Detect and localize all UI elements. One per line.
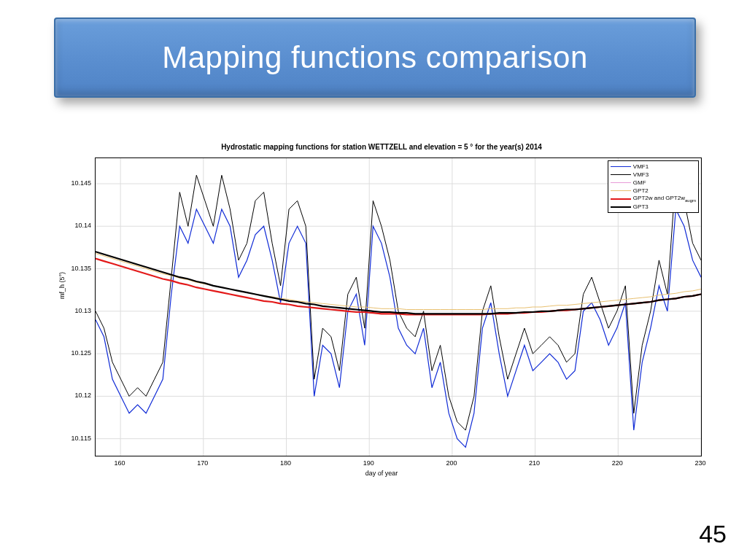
legend-item: GPT3 xyxy=(611,203,696,211)
y-tick: 10.135 xyxy=(62,265,91,272)
y-tick: 10.12 xyxy=(62,392,91,399)
series-gpt2 xyxy=(96,254,701,310)
slide-title: Mapping functions comparison xyxy=(162,40,588,75)
legend-swatch xyxy=(611,190,631,191)
legend-item: VMF1 xyxy=(611,163,696,171)
series-vmf3 xyxy=(96,175,701,430)
chart: Hydrostatic mapping functions for statio… xyxy=(57,153,706,481)
x-axis-label: day of year xyxy=(57,470,706,477)
x-tick: 220 xyxy=(608,459,626,467)
x-tick: 230 xyxy=(692,459,709,467)
legend-label: GPT3 xyxy=(633,203,649,210)
y-tick: 10.115 xyxy=(62,435,91,442)
series-gmf xyxy=(96,252,701,314)
y-tick: 10.13 xyxy=(62,307,91,314)
plot-area: VMF1VMF3GMFGPT2GPT2w and GPT2waugmGPT3 xyxy=(95,158,702,456)
legend-swatch xyxy=(611,182,631,183)
legend-swatch xyxy=(611,198,631,200)
legend-label: GPT2w and GPT2waugm xyxy=(633,195,696,203)
legend-label: VMF3 xyxy=(633,171,649,178)
x-tick: 200 xyxy=(443,459,460,467)
x-tick: 210 xyxy=(526,459,543,467)
x-tick: 180 xyxy=(277,459,295,467)
legend-item: GMF xyxy=(611,179,696,187)
legend-swatch xyxy=(611,174,631,175)
x-tick: 190 xyxy=(360,459,377,467)
slide-title-box: Mapping functions comparison xyxy=(54,18,696,98)
y-tick: 10.145 xyxy=(62,179,91,187)
legend-swatch xyxy=(611,166,631,167)
x-tick: 170 xyxy=(194,459,212,467)
y-tick: 10.125 xyxy=(62,349,91,357)
legend-item: GPT2 xyxy=(611,187,696,195)
legend-item: VMF3 xyxy=(611,171,696,179)
legend: VMF1VMF3GMFGPT2GPT2w and GPT2waugmGPT3 xyxy=(608,160,699,213)
chart-title: Hydrostatic mapping functions for statio… xyxy=(57,143,706,151)
page-number: 45 xyxy=(699,520,727,548)
legend-label: GMF xyxy=(633,179,646,186)
x-tick: 160 xyxy=(111,459,128,467)
legend-label: VMF1 xyxy=(633,163,649,170)
y-axis-label: mf_h (5°) xyxy=(58,272,66,299)
y-tick: 10.14 xyxy=(62,222,91,229)
legend-swatch xyxy=(611,206,631,208)
legend-label: GPT2 xyxy=(633,187,649,194)
series-gpt3 xyxy=(96,252,701,314)
legend-item: GPT2w and GPT2waugm xyxy=(611,195,696,203)
series-vmf1 xyxy=(96,209,701,447)
